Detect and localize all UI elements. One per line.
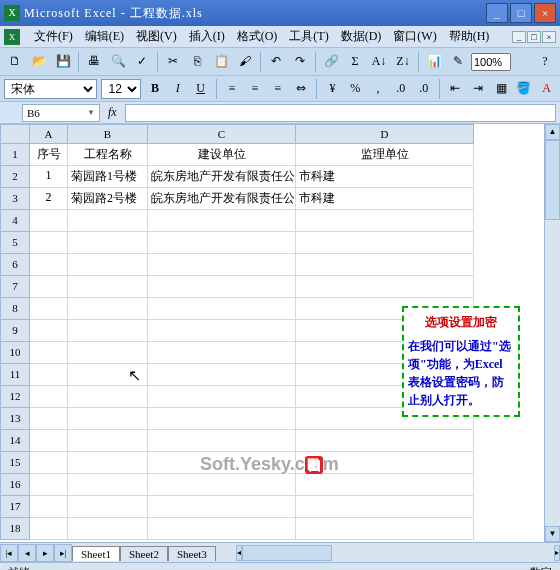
row-header[interactable]: 17: [0, 496, 30, 518]
row-header[interactable]: 13: [0, 408, 30, 430]
font-size-select[interactable]: 12: [101, 79, 141, 99]
cell[interactable]: [68, 210, 148, 232]
cell[interactable]: [148, 342, 296, 364]
cell[interactable]: [30, 518, 68, 540]
decrease-indent-icon[interactable]: ⇤: [446, 78, 465, 100]
horizontal-scrollbar[interactable]: ◂ ▸: [236, 545, 560, 561]
new-icon[interactable]: 🗋: [4, 51, 26, 73]
row-header[interactable]: 18: [0, 518, 30, 540]
tab-next-icon[interactable]: ▸: [36, 544, 54, 562]
close-button[interactable]: ×: [534, 3, 556, 23]
cell[interactable]: [68, 518, 148, 540]
row-header[interactable]: 10: [0, 342, 30, 364]
autosum-icon[interactable]: Σ: [344, 51, 366, 73]
cell[interactable]: [296, 210, 474, 232]
drawing-icon[interactable]: ✎: [447, 51, 469, 73]
cell[interactable]: [30, 364, 68, 386]
fx-icon[interactable]: fx: [108, 105, 117, 120]
cell[interactable]: [30, 254, 68, 276]
cell[interactable]: [30, 386, 68, 408]
cell[interactable]: [148, 496, 296, 518]
column-header[interactable]: B: [68, 124, 148, 144]
cell[interactable]: [68, 232, 148, 254]
help-icon[interactable]: ?: [534, 51, 556, 73]
align-right-icon[interactable]: ≡: [268, 78, 287, 100]
column-header[interactable]: D: [296, 124, 474, 144]
undo-icon[interactable]: ↶: [265, 51, 287, 73]
cell[interactable]: [148, 298, 296, 320]
cell[interactable]: [68, 320, 148, 342]
cell[interactable]: [296, 276, 474, 298]
font-color-icon[interactable]: A: [537, 78, 556, 100]
row-header[interactable]: 16: [0, 474, 30, 496]
tab-first-icon[interactable]: |◂: [0, 544, 18, 562]
workbook-icon[interactable]: X: [4, 29, 20, 45]
cell[interactable]: 市科建: [296, 166, 474, 188]
italic-icon[interactable]: I: [168, 78, 187, 100]
cell[interactable]: [68, 276, 148, 298]
name-box[interactable]: B6 ▼: [22, 104, 100, 122]
increase-decimal-icon[interactable]: .0: [391, 78, 410, 100]
column-header[interactable]: C: [148, 124, 296, 144]
cell[interactable]: 市科建: [296, 188, 474, 210]
cell[interactable]: [296, 254, 474, 276]
comma-icon[interactable]: ,: [369, 78, 388, 100]
cell[interactable]: 工程名称: [68, 144, 148, 166]
spellcheck-icon[interactable]: ✓: [131, 51, 153, 73]
row-header[interactable]: 7: [0, 276, 30, 298]
cell[interactable]: [68, 496, 148, 518]
row-header[interactable]: 14: [0, 430, 30, 452]
percent-icon[interactable]: %: [346, 78, 365, 100]
cell[interactable]: [30, 496, 68, 518]
cell[interactable]: [30, 342, 68, 364]
cell[interactable]: 1: [30, 166, 68, 188]
copy-icon[interactable]: ⎘: [186, 51, 208, 73]
cell[interactable]: [148, 210, 296, 232]
row-header[interactable]: 3: [0, 188, 30, 210]
row-header[interactable]: 5: [0, 232, 30, 254]
redo-icon[interactable]: ↷: [289, 51, 311, 73]
cell[interactable]: [68, 408, 148, 430]
row-header[interactable]: 15: [0, 452, 30, 474]
menu-window[interactable]: 窗口(W): [387, 26, 442, 47]
cell[interactable]: 菊园路1号楼: [68, 166, 148, 188]
sort-asc-icon[interactable]: A↓: [368, 51, 390, 73]
scroll-thumb[interactable]: [545, 140, 560, 220]
minimize-button[interactable]: _: [486, 3, 508, 23]
cell[interactable]: [148, 232, 296, 254]
menu-file[interactable]: 文件(F): [28, 26, 79, 47]
menu-data[interactable]: 数据(D): [335, 26, 388, 47]
cell[interactable]: [148, 386, 296, 408]
save-icon[interactable]: 💾: [52, 51, 74, 73]
scroll-down-icon[interactable]: ▼: [545, 526, 560, 542]
menu-edit[interactable]: 编辑(E): [79, 26, 130, 47]
chart-icon[interactable]: 📊: [423, 51, 445, 73]
cell[interactable]: [30, 408, 68, 430]
cell[interactable]: [148, 518, 296, 540]
borders-icon[interactable]: ▦: [492, 78, 511, 100]
merge-center-icon[interactable]: ⇔: [291, 78, 310, 100]
row-header[interactable]: 4: [0, 210, 30, 232]
cell[interactable]: [30, 298, 68, 320]
sheet-tab[interactable]: Sheet2: [120, 546, 168, 561]
cell[interactable]: 皖东房地产开发有限责任公司: [148, 166, 296, 188]
cell[interactable]: [148, 254, 296, 276]
cell[interactable]: 监理单位: [296, 144, 474, 166]
print-preview-icon[interactable]: 🔍: [107, 51, 129, 73]
scroll-track[interactable]: [545, 140, 560, 526]
workbook-minimize-button[interactable]: _: [512, 31, 526, 43]
cell[interactable]: 2: [30, 188, 68, 210]
sort-desc-icon[interactable]: Z↓: [392, 51, 414, 73]
menu-help[interactable]: 帮助(H): [443, 26, 496, 47]
tab-prev-icon[interactable]: ◂: [18, 544, 36, 562]
cell[interactable]: [148, 474, 296, 496]
cell[interactable]: [148, 364, 296, 386]
cell[interactable]: [296, 518, 474, 540]
select-all-corner[interactable]: [0, 124, 30, 144]
column-header[interactable]: A: [30, 124, 68, 144]
tab-last-icon[interactable]: ▸|: [54, 544, 72, 562]
print-icon[interactable]: 🖶: [83, 51, 105, 73]
cell[interactable]: [68, 254, 148, 276]
row-header[interactable]: 8: [0, 298, 30, 320]
row-header[interactable]: 12: [0, 386, 30, 408]
